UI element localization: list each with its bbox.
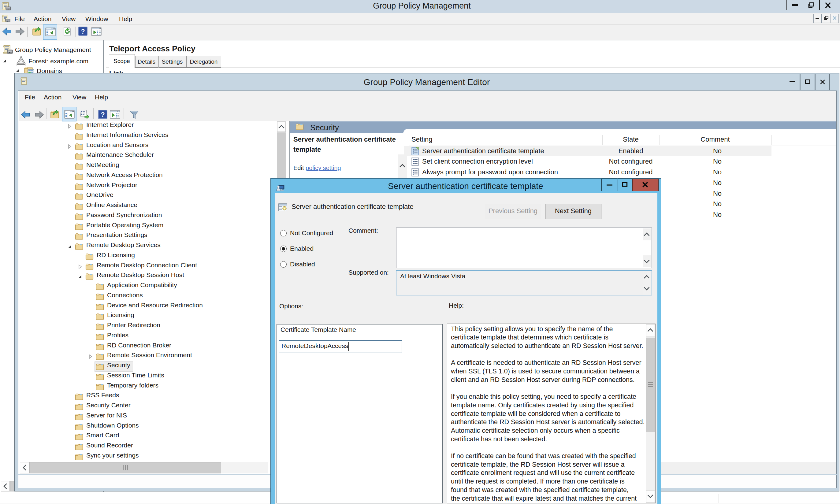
svg-text:?: ?: [101, 111, 105, 118]
svg-text:?: ?: [81, 28, 85, 35]
